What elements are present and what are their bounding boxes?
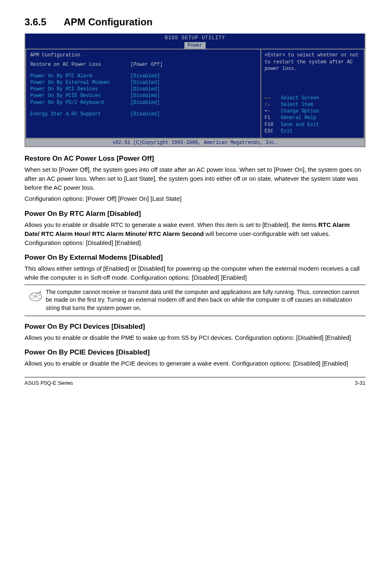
section-heading: 3.6.5 APM Configuration <box>25 16 365 28</box>
footer-right: 3-31 <box>355 380 365 386</box>
heading-rtc-alarm: Power On By RTC Alarm [Disabled] <box>25 210 365 218</box>
heading-pcie: Power On By PCIE Devices [Disabled] <box>25 348 365 357</box>
section-number: 3.6.5 <box>25 16 61 28</box>
page-footer: ASUS P5Q-E Series 3-31 <box>25 377 365 386</box>
bios-title: BIOS SETUP UTILITY <box>25 35 365 41</box>
bios-option-label: Restore on AC Power Loss <box>30 61 130 68</box>
hotkey-key: ↑↓ <box>264 101 281 108</box>
hotkey-desc: Save and Exit <box>281 121 319 128</box>
hotkey-key: F1 <box>264 114 281 121</box>
heading-ext-modems: Power On By External Modems [Disabled] <box>25 254 365 262</box>
bios-option-row: Energy Star 4.0C Support[Disabled] <box>30 111 256 117</box>
bios-hotkeys: ←→Select Screen↑↓Select Item+-Change Opt… <box>264 95 361 135</box>
bios-option-label: Power On By RTC Alarm <box>30 73 130 79</box>
bios-hotkey-row: ←→Select Screen <box>264 95 361 101</box>
bios-option-label: Power On By External Modems <box>30 79 130 86</box>
hotkey-desc: Change Option <box>281 108 319 114</box>
bios-pane-heading: APM Configuration <box>30 52 256 58</box>
section-title: APM Configuration <box>64 16 152 27</box>
bios-option-value: [Disabled] <box>130 99 160 106</box>
text: Allows you to enable or disable RTC to g… <box>25 221 318 228</box>
hotkey-desc: General Help <box>281 114 316 121</box>
bios-option-label: Power On By PS/2 Keyboard <box>30 99 130 106</box>
bios-hotkey-row: ↑↓Select Item <box>264 101 361 108</box>
bios-option-row: Power On By PS/2 Keyboard[Disabled] <box>30 99 256 106</box>
bios-option-label: Energy Star 4.0C Support <box>30 111 130 117</box>
hotkey-key: ←→ <box>264 95 281 101</box>
bios-help-pane: <Enter> to select whether or not to rest… <box>261 49 365 139</box>
para: Allows you to enable or disable the PCIE… <box>25 359 365 368</box>
para: Configuration options: [Power Off] [Powe… <box>25 194 365 203</box>
bios-hotkey-row: F1General Help <box>264 114 361 121</box>
bios-hotkey-row: ESCExit <box>264 128 361 135</box>
para: This allows either settings of [Enabled]… <box>25 264 365 282</box>
hotkey-key: +- <box>264 108 281 114</box>
hotkey-key: ESC <box>264 128 281 135</box>
heading-restore-ac: Restore On AC Power Loss [Power Off] <box>25 155 365 163</box>
note-icon <box>25 288 46 312</box>
bios-option-row: Power On By PCIE Devices[Disabled] <box>30 92 256 99</box>
bios-option-row: Power On By PCI Devices[Disabled] <box>30 86 256 92</box>
bios-left-pane: APM Configuration Restore on AC Power Lo… <box>25 49 261 139</box>
para: Allows you to enable or disable the PME … <box>25 333 365 342</box>
bios-screenshot: BIOS SETUP UTILITY Power APM Configurati… <box>25 34 365 147</box>
bios-option-row: Power On By External Modems[Disabled] <box>30 79 256 86</box>
bios-titlebar: BIOS SETUP UTILITY Power <box>25 34 365 49</box>
bios-option-value: [Disabled] <box>130 79 160 86</box>
note-text: The computer cannot receive or transmit … <box>46 288 365 312</box>
bios-tab: Power <box>184 42 206 49</box>
bios-help-text: <Enter> to select whether or not to rest… <box>264 52 361 72</box>
footer-left: ASUS P5Q-E Series <box>25 380 73 386</box>
hotkey-desc: Exit <box>281 128 293 135</box>
bios-option-value: [Disabled] <box>130 92 160 99</box>
note-box: The computer cannot receive or transmit … <box>25 285 365 316</box>
heading-pci: Power On By PCI Devices [Disabled] <box>25 323 365 331</box>
bios-option-value: [Disabled] <box>130 73 160 79</box>
bios-option-label: Power On By PCI Devices <box>30 86 130 92</box>
bios-hotkey-row: +-Change Option <box>264 108 361 114</box>
bios-option-row: Restore on AC Power Loss[Power Off] <box>30 61 256 68</box>
bios-option-label: Power On By PCIE Devices <box>30 92 130 99</box>
bios-option-value: [Disabled] <box>130 86 160 92</box>
para: When set to [Power Off], the system goes… <box>25 165 365 192</box>
bios-option-value: [Disabled] <box>130 111 160 117</box>
bios-hotkey-row: F10Save and Exit <box>264 121 361 128</box>
bios-option-value: [Power Off] <box>130 61 163 68</box>
bios-footer: v02.61 (C)Copyright 1985-2008, American … <box>25 139 365 146</box>
hotkey-desc: Select Screen <box>281 95 319 101</box>
para: Allows you to enable or disable RTC to g… <box>25 220 365 247</box>
hotkey-desc: Select Item <box>281 101 313 108</box>
hotkey-key: F10 <box>264 121 281 128</box>
bios-option-row: Power On By RTC Alarm[Disabled] <box>30 73 256 79</box>
